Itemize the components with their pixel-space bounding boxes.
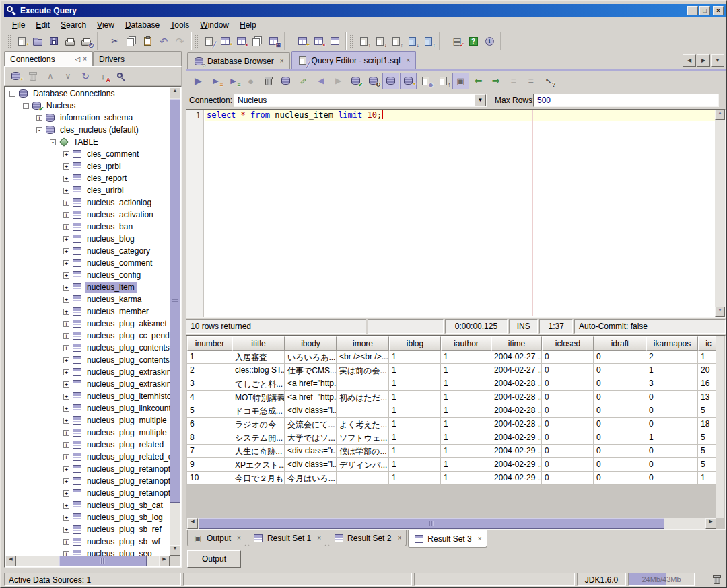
tree-item[interactable]: +nucleus_plug_retainoptic bbox=[5, 475, 170, 487]
close-tab-icon[interactable]: × bbox=[397, 534, 401, 542]
table-cell[interactable]: 1 bbox=[389, 458, 441, 472]
scroll-up-button[interactable] bbox=[715, 110, 725, 120]
result-tab-result-set-3[interactable]: Result Set 3× bbox=[408, 530, 487, 548]
import-xml-button[interactable]: ↓ bbox=[404, 34, 420, 49]
table-cell[interactable]: 1 bbox=[389, 377, 441, 391]
import-file-button[interactable]: ↓ bbox=[372, 34, 388, 49]
table-cell[interactable]: 2004-02-28 ... bbox=[491, 377, 542, 391]
expand-icon[interactable]: + bbox=[63, 333, 69, 339]
expand-icon[interactable]: + bbox=[63, 478, 69, 484]
paste-button[interactable] bbox=[139, 34, 155, 49]
schema-browser-button[interactable]: ⊞ bbox=[265, 34, 281, 49]
table-cell[interactable]: 2004-02-28 ... bbox=[491, 418, 542, 431]
table-cell[interactable]: cles::blog ST... bbox=[232, 364, 285, 377]
delete-connection-button[interactable] bbox=[25, 69, 41, 84]
table-cell[interactable]: 1 bbox=[389, 431, 441, 445]
table-cell[interactable]: 0 bbox=[594, 351, 646, 364]
garbage-collect-button[interactable] bbox=[708, 573, 726, 586]
tree-item[interactable]: +nucleus_karma bbox=[5, 293, 170, 305]
table-cell[interactable]: 1 bbox=[441, 445, 491, 458]
table-cell[interactable]: 1 bbox=[389, 351, 441, 364]
table-cell[interactable]: 2004-02-29 ... bbox=[491, 445, 542, 458]
output-console-tab[interactable]: Output Console bbox=[187, 550, 241, 568]
table-cell[interactable]: 8 bbox=[187, 431, 232, 445]
scrollbar-thumb[interactable] bbox=[199, 518, 664, 529]
table-cell[interactable]: 大学ではソ... bbox=[285, 431, 337, 445]
table-cell[interactable]: 1 bbox=[389, 404, 441, 418]
close-panel-icon[interactable]: × bbox=[83, 55, 87, 63]
result-tab-result-set-1[interactable]: Result Set 1× bbox=[248, 530, 326, 546]
table-cell[interactable]: 2004-02-28 ... bbox=[491, 404, 542, 418]
table-cell[interactable]: <div class="l... bbox=[285, 404, 337, 418]
table-cell[interactable]: デザインパ... bbox=[337, 458, 389, 472]
table-cell[interactable]: 0 bbox=[646, 418, 698, 431]
table-cell[interactable]: 0 bbox=[542, 458, 594, 472]
print-button[interactable] bbox=[62, 34, 78, 49]
tree-item[interactable]: +nucleus_blog bbox=[5, 233, 170, 245]
tree-item[interactable]: +nucleus_member bbox=[5, 305, 170, 318]
expand-icon[interactable]: + bbox=[63, 285, 69, 291]
table-cell[interactable]: 0 bbox=[542, 351, 594, 364]
tree-item[interactable]: +nucleus_plug_related bbox=[5, 439, 170, 451]
about-button[interactable]: i bbox=[481, 34, 497, 49]
table-cell[interactable]: 0 bbox=[594, 458, 646, 472]
table-cell[interactable]: 1 bbox=[698, 351, 716, 364]
new-document-button[interactable]: * bbox=[13, 34, 30, 49]
move-down-button[interactable]: ∨ bbox=[60, 69, 76, 84]
table-cell[interactable]: 0 bbox=[542, 404, 594, 418]
table-cell[interactable]: 1 bbox=[389, 418, 441, 431]
menu-edit[interactable]: Edit bbox=[30, 19, 55, 32]
tree-item[interactable]: -cles_nucleus (default) bbox=[5, 124, 170, 136]
indent-lines-button[interactable]: ≡ bbox=[522, 73, 539, 89]
table-cell[interactable]: 0 bbox=[594, 404, 646, 418]
scroll-tabs-right-button[interactable]: ▶ bbox=[697, 54, 710, 67]
expand-icon[interactable]: + bbox=[63, 163, 69, 170]
table-cell[interactable]: 0 bbox=[542, 364, 594, 377]
chevron-down-icon[interactable]: ▼ bbox=[475, 94, 486, 106]
drop-table-button[interactable]: × bbox=[233, 34, 249, 49]
tree-item[interactable]: +nucleus_plug_retainoptic bbox=[5, 487, 170, 499]
table-cell[interactable]: 0 bbox=[646, 472, 698, 485]
menu-window[interactable]: Window bbox=[195, 19, 234, 32]
table-cell[interactable]: 5 bbox=[698, 458, 716, 472]
expand-icon[interactable]: + bbox=[63, 369, 69, 375]
table-cell[interactable]: 0 bbox=[594, 472, 646, 485]
close-tab-icon[interactable]: × bbox=[407, 57, 411, 64]
table-cell[interactable]: 4 bbox=[187, 391, 232, 404]
expand-icon[interactable]: + bbox=[63, 176, 69, 182]
new-connection-button[interactable]: * bbox=[7, 69, 24, 84]
stop-button[interactable]: ● bbox=[242, 73, 259, 89]
export-file-button[interactable]: ↑ bbox=[355, 34, 372, 49]
table-cell[interactable] bbox=[337, 377, 389, 391]
recycle-button[interactable] bbox=[277, 73, 294, 89]
menu-view[interactable]: View bbox=[92, 19, 120, 32]
tree-item[interactable]: +information_schema bbox=[5, 112, 170, 124]
table-cell[interactable]: 0 bbox=[542, 418, 594, 431]
column-header-idraft[interactable]: idraft bbox=[594, 336, 646, 351]
table-cell[interactable]: 2004-02-29 ... bbox=[491, 458, 542, 472]
column-header-iauthor[interactable]: iauthor bbox=[441, 336, 491, 351]
table-cell[interactable]: 1 bbox=[389, 391, 441, 404]
insert-record-button[interactable]: + bbox=[294, 34, 310, 49]
table-cell[interactable]: <div class="r... bbox=[285, 445, 337, 458]
close-tab-icon[interactable]: × bbox=[317, 534, 321, 542]
tree-item[interactable]: +nucleus_plug_sb_cat bbox=[5, 499, 170, 511]
editor-vertical-scrollbar[interactable] bbox=[715, 110, 725, 317]
table-cell[interactable]: 0 bbox=[594, 418, 646, 431]
table-cell[interactable]: 1 bbox=[441, 351, 491, 364]
table-cell[interactable]: てしごと料... bbox=[232, 377, 285, 391]
menu-search[interactable]: Search bbox=[55, 19, 92, 32]
table-cell[interactable]: 2004-02-29 ... bbox=[491, 472, 542, 485]
table-cell[interactable]: 13 bbox=[698, 391, 716, 404]
scroll-tabs-left-button[interactable]: ◀ bbox=[683, 54, 696, 67]
table-cell[interactable]: 0 bbox=[542, 377, 594, 391]
table-cell[interactable]: 交流会にて... bbox=[285, 418, 337, 431]
execute-button[interactable]: ▶ bbox=[190, 73, 207, 89]
table-cell[interactable]: 0 bbox=[542, 431, 594, 445]
tree-item[interactable]: +nucleus_plug_retainoptic bbox=[5, 463, 170, 475]
tree-vertical-scrollbar[interactable] bbox=[170, 87, 180, 556]
shift-right-button[interactable]: ⇒ bbox=[487, 73, 504, 89]
table-cell[interactable]: 1 bbox=[441, 431, 491, 445]
expand-icon[interactable]: + bbox=[36, 115, 42, 121]
expand-icon[interactable]: + bbox=[63, 539, 69, 545]
